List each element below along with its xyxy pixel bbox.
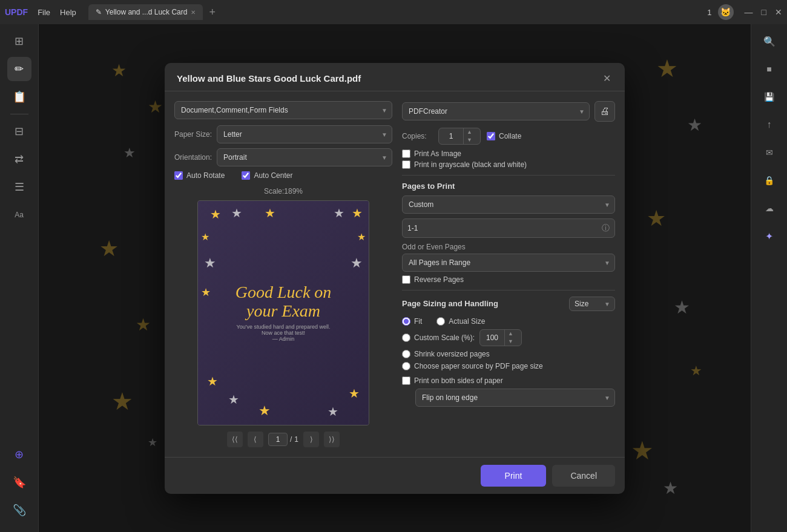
paper-size-select[interactable]: Letter A4 <box>217 125 392 143</box>
auto-rotate-checkbox[interactable] <box>174 171 183 180</box>
copies-input-wrap: ▲ ▼ <box>438 128 481 145</box>
tab-close-btn[interactable]: ✕ <box>191 9 196 16</box>
reverse-pages-text: Reverse Pages <box>414 275 464 284</box>
printer-select[interactable]: PDFCreator Microsoft Print to PDF <box>402 102 590 120</box>
print-grayscale-label[interactable]: Print in grayscale (black and white) <box>402 160 615 169</box>
size-mode-select[interactable]: Size Booklet Multiple Poster <box>569 297 615 311</box>
print-grayscale-checkbox[interactable] <box>402 160 410 169</box>
reverse-pages-label[interactable]: Reverse Pages <box>402 275 615 284</box>
app-logo: UPDF <box>5 7 28 17</box>
sidebar-icon-attachment[interactable]: 📎 <box>7 498 31 522</box>
page-prev-btn[interactable]: ⟨ <box>248 432 263 447</box>
sidebar-icon-home[interactable]: ⊞ <box>7 29 31 53</box>
auto-rotate-label[interactable]: Auto Rotate <box>174 171 225 180</box>
content-type-select[interactable]: Document,Comment,Form Fields Document <box>174 101 392 119</box>
left-sidebar: ⊞ ✏ 📋 ⊟ ⇄ ☰ Aa ⊕ 🔖 📎 <box>0 24 39 532</box>
auto-center-checkbox[interactable] <box>242 171 250 180</box>
content-area: ★ ★ ★ ★ ★ ★ ★ ★ ★ ★ ★ ★ ★ ★ Yellow and B… <box>39 24 751 532</box>
sidebar-icon-layers[interactable]: ⊕ <box>7 442 31 467</box>
choose-paper-label[interactable]: Choose paper source by PDF page size <box>402 362 615 370</box>
minimize-btn[interactable]: — <box>745 7 753 17</box>
right-upload-icon[interactable]: ☁ <box>757 196 782 220</box>
page-current-input[interactable] <box>268 433 288 446</box>
custom-scale-radio-label[interactable]: Custom Scale (%): <box>402 333 475 342</box>
scale-input[interactable] <box>480 330 504 345</box>
card-star-15: ★ <box>349 386 360 401</box>
right-ocr-icon[interactable]: ■ <box>757 57 782 81</box>
print-button[interactable]: Print <box>481 465 547 487</box>
print-as-image-checkbox[interactable] <box>402 149 410 158</box>
pages-to-print-title: Pages to Print <box>402 182 615 191</box>
fit-label[interactable]: Fit <box>402 317 422 326</box>
print-both-sides-label[interactable]: Print on both sides of paper <box>402 376 615 385</box>
shrink-oversized-label[interactable]: Shrink oversized pages <box>402 350 615 358</box>
custom-scale-radio[interactable] <box>402 333 410 342</box>
copies-down-btn[interactable]: ▼ <box>464 136 475 144</box>
sidebar-icon-document[interactable]: 📋 <box>7 85 31 109</box>
auto-center-label[interactable]: Auto Center <box>242 171 292 180</box>
pages-select[interactable]: Custom All Pages Current Page <box>402 195 615 214</box>
print-properties-btn[interactable]: 🖨 <box>594 101 615 122</box>
card-text-main: Good Luck onyour Exam <box>235 283 332 321</box>
sidebar-icon-convert[interactable]: ⇄ <box>7 147 31 171</box>
scale-spinners: ▲ ▼ <box>504 330 516 346</box>
odd-even-select[interactable]: All Pages in Range Odd Pages Even Pages <box>402 254 615 272</box>
fit-radio[interactable] <box>402 317 410 326</box>
flip-select[interactable]: Flip on long edge Flip on short edge <box>415 389 615 407</box>
print-both-sides-checkbox[interactable] <box>402 376 410 385</box>
custom-scale-row: Custom Scale (%): ▲ ▼ <box>402 329 615 346</box>
avatar: 🐱 <box>718 4 734 20</box>
menu-file[interactable]: File <box>38 8 50 17</box>
actual-size-label[interactable]: Actual Size <box>436 317 485 326</box>
print-both-sides-text: Print on both sides of paper <box>414 376 503 385</box>
reverse-pages-checkbox[interactable] <box>402 275 410 284</box>
sidebar-icon-bookmark[interactable]: 🔖 <box>7 470 31 494</box>
cancel-button[interactable]: Cancel <box>552 465 615 487</box>
right-protect-icon[interactable]: 🔒 <box>757 168 782 192</box>
print-as-image-row: Print As Image <box>402 149 615 158</box>
print-as-image-label[interactable]: Print As Image <box>402 149 615 158</box>
sidebar-icon-pages[interactable]: ⊟ <box>7 119 31 143</box>
right-mail-icon[interactable]: ✉ <box>757 140 782 165</box>
page-next-btn[interactable]: ⟩ <box>303 432 319 447</box>
version-badge: 1 <box>707 8 711 17</box>
sidebar-icon-edit[interactable]: ✏ <box>7 57 31 81</box>
scale-up-btn[interactable]: ▲ <box>505 330 516 338</box>
scale-down-btn[interactable]: ▼ <box>505 338 516 346</box>
content-type-select-wrap: Document,Comment,Form Fields Document ▼ <box>174 101 392 119</box>
range-info-icon[interactable]: ⓘ <box>602 223 610 234</box>
flip-select-wrap: Flip on long edge Flip on short edge ▼ <box>415 389 615 407</box>
dialog-close-btn[interactable]: ✕ <box>601 73 613 85</box>
maximize-btn[interactable]: □ <box>762 7 766 17</box>
right-ai-icon[interactable]: ✦ <box>757 224 782 248</box>
sidebar-icon-form[interactable]: ☰ <box>7 175 31 199</box>
shrink-oversized-text: Shrink oversized pages <box>414 350 490 358</box>
card-star-10: ★ <box>351 255 363 271</box>
page-last-btn[interactable]: ⟩⟩ <box>324 432 340 447</box>
page-range-input-wrap: ⓘ <box>402 218 615 238</box>
card-star-7: ★ <box>204 255 216 271</box>
tab-document[interactable]: ✎ Yellow and ...d Luck Card ✕ <box>88 4 203 20</box>
actual-size-radio[interactable] <box>436 317 445 326</box>
sidebar-icon-ocr[interactable]: Aa <box>7 203 31 227</box>
print-grayscale-text: Print in grayscale (black and white) <box>414 160 527 169</box>
tab-label: Yellow and ...d Luck Card <box>105 8 188 16</box>
right-search-icon[interactable]: 🔍 <box>757 29 782 53</box>
menu-help[interactable]: Help <box>60 8 76 17</box>
collate-checkbox[interactable] <box>487 132 495 140</box>
choose-paper-radio[interactable] <box>402 362 410 370</box>
separator-2 <box>402 290 615 291</box>
shrink-oversized-radio[interactable] <box>402 350 410 358</box>
tab-add-btn[interactable]: + <box>205 6 219 19</box>
custom-scale-text: Custom Scale (%): <box>414 333 475 342</box>
close-btn[interactable]: ✕ <box>775 7 782 17</box>
right-share-icon[interactable]: ↑ <box>757 113 782 137</box>
page-range-input[interactable] <box>407 224 598 232</box>
auto-options-row: Auto Rotate Auto Center <box>174 171 392 180</box>
right-save-icon[interactable]: 💾 <box>757 85 782 109</box>
page-first-btn[interactable]: ⟨⟨ <box>227 432 243 447</box>
copies-input[interactable] <box>439 128 463 144</box>
copies-up-btn[interactable]: ▲ <box>464 128 475 136</box>
orientation-select[interactable]: Portrait Landscape <box>217 148 392 166</box>
collate-label[interactable]: Collate <box>487 132 521 140</box>
